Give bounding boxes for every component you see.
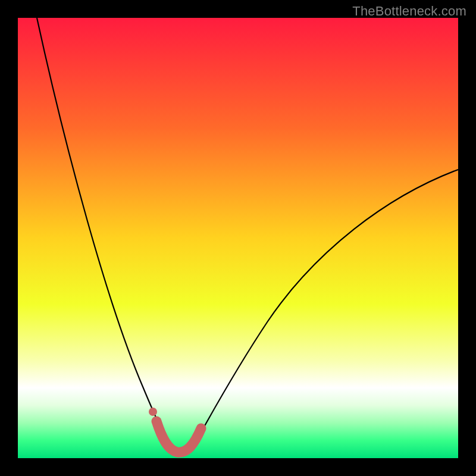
chart-frame: TheBottleneck.com bbox=[0, 0, 476, 476]
curve-path bbox=[37, 18, 458, 452]
plot-area bbox=[18, 18, 458, 458]
trough-marker bbox=[156, 421, 201, 452]
trough-dot bbox=[149, 408, 157, 416]
watermark-text: TheBottleneck.com bbox=[352, 4, 466, 19]
bottleneck-curve bbox=[18, 18, 458, 458]
